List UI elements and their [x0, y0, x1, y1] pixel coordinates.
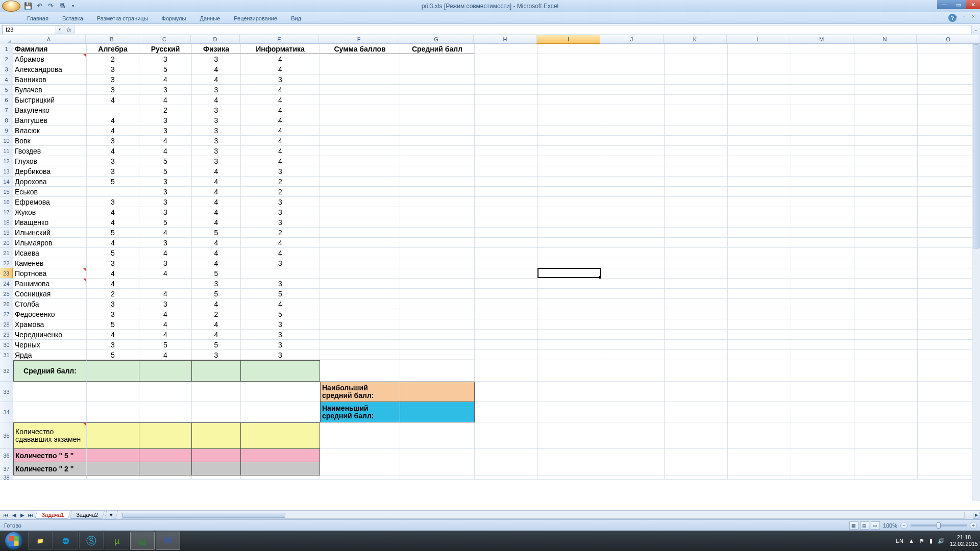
- cell[interactable]: [475, 402, 538, 422]
- cell[interactable]: Количество сдававших экзамен: [13, 422, 87, 449]
- row-header[interactable]: 30: [0, 340, 13, 350]
- cell[interactable]: 3: [192, 279, 241, 289]
- sheet-prev-icon[interactable]: ◀: [10, 512, 18, 519]
- cell[interactable]: Абрамов: [13, 54, 87, 64]
- cell[interactable]: 3: [139, 85, 192, 95]
- cell[interactable]: [665, 126, 728, 136]
- cell[interactable]: 4: [87, 95, 139, 105]
- cell[interactable]: [400, 422, 475, 449]
- cell[interactable]: [320, 228, 400, 238]
- row-header[interactable]: 6: [0, 95, 13, 105]
- cell[interactable]: 4: [192, 207, 241, 217]
- cell[interactable]: 4: [87, 279, 139, 289]
- cell[interactable]: [601, 475, 665, 480]
- cell[interactable]: [601, 382, 665, 402]
- cell[interactable]: [320, 279, 400, 289]
- cell[interactable]: [538, 340, 601, 350]
- cell[interactable]: [538, 475, 601, 480]
- cell[interactable]: [601, 44, 665, 54]
- cell[interactable]: 4: [241, 238, 320, 248]
- cell[interactable]: [192, 462, 241, 475]
- cell[interactable]: [87, 187, 139, 197]
- row-header[interactable]: 27: [0, 309, 13, 319]
- cell[interactable]: [400, 54, 475, 64]
- cell[interactable]: [791, 166, 854, 177]
- row-header[interactable]: 12: [0, 156, 13, 166]
- col-header-F[interactable]: F: [319, 35, 399, 43]
- cell[interactable]: [400, 146, 475, 156]
- cell[interactable]: [918, 360, 972, 382]
- cell[interactable]: [854, 289, 918, 299]
- cell[interactable]: [475, 126, 538, 136]
- cell[interactable]: [538, 85, 601, 95]
- cell[interactable]: [665, 228, 728, 238]
- cell[interactable]: [601, 299, 665, 309]
- tray-flag-icon[interactable]: ⚑: [919, 538, 924, 544]
- row-header[interactable]: 20: [0, 238, 13, 248]
- formula-input[interactable]: [75, 25, 972, 34]
- cell[interactable]: 5: [192, 228, 241, 238]
- zoom-thumb[interactable]: [937, 522, 941, 529]
- cell[interactable]: [320, 449, 400, 462]
- cell[interactable]: [475, 422, 538, 449]
- cell[interactable]: [791, 422, 854, 449]
- cell[interactable]: [728, 309, 791, 319]
- cell[interactable]: [87, 449, 139, 462]
- cell[interactable]: 3: [139, 258, 192, 268]
- cell[interactable]: [320, 462, 400, 475]
- ribbon-tab-formulas[interactable]: Формулы: [155, 13, 193, 23]
- cell[interactable]: 4: [192, 64, 241, 74]
- cell[interactable]: 4: [192, 238, 241, 248]
- cell[interactable]: [475, 105, 538, 115]
- cell[interactable]: 3: [139, 115, 192, 126]
- cell[interactable]: [601, 258, 665, 268]
- cell[interactable]: [728, 85, 791, 95]
- cell[interactable]: [400, 197, 475, 207]
- cell[interactable]: [538, 319, 601, 330]
- cell[interactable]: [601, 115, 665, 126]
- formula-expand-icon[interactable]: ⌄: [972, 27, 980, 32]
- cell[interactable]: [918, 166, 972, 177]
- cell[interactable]: [475, 74, 538, 85]
- cell[interactable]: [192, 449, 241, 462]
- cell[interactable]: 4: [87, 207, 139, 217]
- cell[interactable]: [918, 462, 972, 475]
- tray-up-icon[interactable]: ▲: [909, 538, 914, 544]
- cell[interactable]: [241, 462, 320, 475]
- cell[interactable]: [791, 258, 854, 268]
- cell[interactable]: [728, 126, 791, 136]
- cell[interactable]: [854, 54, 918, 64]
- cell[interactable]: Дербикова: [13, 166, 87, 177]
- cell[interactable]: [241, 382, 320, 402]
- cell[interactable]: [728, 475, 791, 480]
- cell[interactable]: Быстрицкий: [13, 95, 87, 105]
- cell[interactable]: 2: [87, 54, 139, 64]
- cell[interactable]: [320, 146, 400, 156]
- sheet-new-icon[interactable]: ✦: [104, 511, 117, 519]
- zoom-value[interactable]: 100%: [883, 522, 897, 529]
- cell[interactable]: [400, 166, 475, 177]
- cell[interactable]: 4: [241, 126, 320, 136]
- cell[interactable]: 5: [192, 289, 241, 299]
- cell[interactable]: [601, 268, 665, 279]
- row-header[interactable]: 5: [0, 85, 13, 95]
- cell[interactable]: [475, 95, 538, 105]
- cell[interactable]: 3: [241, 207, 320, 217]
- cell[interactable]: [241, 422, 320, 449]
- cell[interactable]: [400, 156, 475, 166]
- cell[interactable]: [665, 136, 728, 146]
- cell[interactable]: [791, 74, 854, 85]
- cell[interactable]: [918, 319, 972, 330]
- cell[interactable]: 5: [241, 309, 320, 319]
- cell[interactable]: Ильинский: [13, 228, 87, 238]
- cell[interactable]: 4: [192, 258, 241, 268]
- cell[interactable]: Ефремова: [13, 197, 87, 207]
- cell[interactable]: [728, 177, 791, 187]
- cell[interactable]: [87, 105, 139, 115]
- cell[interactable]: [475, 462, 538, 475]
- cell[interactable]: [791, 289, 854, 299]
- ribbon-tab-home[interactable]: Главная: [20, 13, 55, 23]
- col-header-G[interactable]: G: [399, 35, 474, 43]
- cell[interactable]: [538, 166, 601, 177]
- cell[interactable]: [320, 156, 400, 166]
